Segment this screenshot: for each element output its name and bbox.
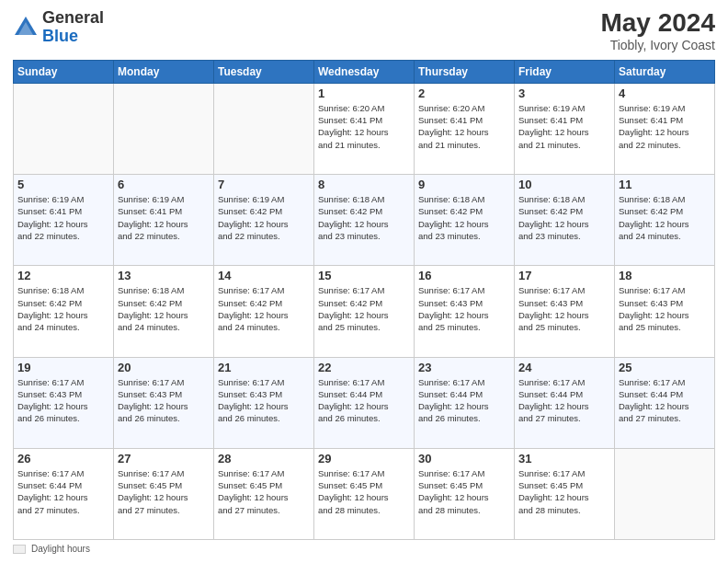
- day-info: Sunrise: 6:19 AMSunset: 6:41 PMDaylight:…: [17, 193, 109, 242]
- day-info: Sunrise: 6:17 AMSunset: 6:45 PMDaylight:…: [418, 467, 510, 516]
- calendar-cell: 3Sunrise: 6:19 AMSunset: 6:41 PMDaylight…: [515, 83, 615, 174]
- day-number: 21: [218, 361, 310, 374]
- logo-blue-text: Blue: [42, 27, 78, 45]
- footer: Daylight hours: [13, 544, 715, 554]
- daylight-box: [13, 545, 26, 554]
- day-info: Sunrise: 6:18 AMSunset: 6:42 PMDaylight:…: [17, 284, 109, 333]
- calendar-cell: 26Sunrise: 6:17 AMSunset: 6:44 PMDayligh…: [14, 448, 114, 539]
- day-info: Sunrise: 6:17 AMSunset: 6:43 PMDaylight:…: [619, 284, 711, 333]
- day-number: 10: [518, 178, 610, 191]
- day-info: Sunrise: 6:17 AMSunset: 6:43 PMDaylight:…: [218, 376, 310, 425]
- calendar-cell: 17Sunrise: 6:17 AMSunset: 6:43 PMDayligh…: [515, 266, 615, 357]
- title-block: May 2024 Tiobly, Ivory Coast: [600, 9, 715, 52]
- month-year: May 2024: [600, 9, 715, 38]
- day-number: 26: [17, 452, 109, 465]
- calendar-cell: 11Sunrise: 6:18 AMSunset: 6:42 PMDayligh…: [615, 175, 715, 266]
- calendar-cell: 15Sunrise: 6:17 AMSunset: 6:42 PMDayligh…: [314, 266, 415, 357]
- day-number: 30: [418, 452, 510, 465]
- day-number: 22: [318, 361, 410, 374]
- day-number: 11: [619, 178, 711, 191]
- page: General Blue May 2024 Tiobly, Ivory Coas…: [0, 0, 728, 563]
- day-info: Sunrise: 6:17 AMSunset: 6:45 PMDaylight:…: [118, 467, 210, 516]
- logo-general-text: General: [42, 8, 104, 27]
- day-info: Sunrise: 6:18 AMSunset: 6:42 PMDaylight:…: [318, 193, 410, 242]
- daylight-label: Daylight hours: [31, 544, 90, 554]
- calendar-cell: 24Sunrise: 6:17 AMSunset: 6:44 PMDayligh…: [515, 357, 615, 448]
- day-number: 13: [118, 269, 210, 282]
- calendar-week-0: 1Sunrise: 6:20 AMSunset: 6:41 PMDaylight…: [14, 83, 715, 174]
- day-info: Sunrise: 6:17 AMSunset: 6:44 PMDaylight:…: [318, 376, 410, 425]
- header: General Blue May 2024 Tiobly, Ivory Coas…: [13, 9, 715, 52]
- calendar-cell: 7Sunrise: 6:19 AMSunset: 6:42 PMDaylight…: [214, 175, 314, 266]
- calendar-week-4: 26Sunrise: 6:17 AMSunset: 6:44 PMDayligh…: [14, 448, 715, 539]
- calendar-cell: 22Sunrise: 6:17 AMSunset: 6:44 PMDayligh…: [314, 357, 415, 448]
- day-header-wednesday: Wednesday: [314, 60, 415, 83]
- calendar-cell: 20Sunrise: 6:17 AMSunset: 6:43 PMDayligh…: [114, 357, 214, 448]
- calendar-cell: 4Sunrise: 6:19 AMSunset: 6:41 PMDaylight…: [615, 83, 715, 174]
- day-header-sunday: Sunday: [14, 60, 114, 83]
- calendar-cell: 18Sunrise: 6:17 AMSunset: 6:43 PMDayligh…: [615, 266, 715, 357]
- calendar-cell: 2Sunrise: 6:20 AMSunset: 6:41 PMDaylight…: [415, 83, 515, 174]
- location: Tiobly, Ivory Coast: [600, 38, 715, 52]
- day-number: 25: [619, 361, 711, 374]
- day-info: Sunrise: 6:17 AMSunset: 6:43 PMDaylight:…: [118, 376, 210, 425]
- calendar-cell: 30Sunrise: 6:17 AMSunset: 6:45 PMDayligh…: [415, 448, 515, 539]
- day-number: 14: [218, 269, 310, 282]
- day-info: Sunrise: 6:20 AMSunset: 6:41 PMDaylight:…: [418, 102, 510, 151]
- day-info: Sunrise: 6:17 AMSunset: 6:43 PMDaylight:…: [418, 284, 510, 333]
- calendar-cell: 1Sunrise: 6:20 AMSunset: 6:41 PMDaylight…: [314, 83, 415, 174]
- logo-icon: [13, 15, 39, 40]
- day-info: Sunrise: 6:17 AMSunset: 6:42 PMDaylight:…: [218, 284, 310, 333]
- calendar-cell: [14, 83, 114, 174]
- day-number: 19: [17, 361, 109, 374]
- day-info: Sunrise: 6:18 AMSunset: 6:42 PMDaylight:…: [418, 193, 510, 242]
- day-info: Sunrise: 6:17 AMSunset: 6:44 PMDaylight:…: [17, 467, 109, 516]
- calendar-cell: 19Sunrise: 6:17 AMSunset: 6:43 PMDayligh…: [14, 357, 114, 448]
- day-header-friday: Friday: [515, 60, 615, 83]
- day-number: 16: [418, 269, 510, 282]
- day-number: 17: [518, 269, 610, 282]
- calendar-week-3: 19Sunrise: 6:17 AMSunset: 6:43 PMDayligh…: [14, 357, 715, 448]
- day-info: Sunrise: 6:19 AMSunset: 6:42 PMDaylight:…: [218, 193, 310, 242]
- day-number: 28: [218, 452, 310, 465]
- day-number: 27: [118, 452, 210, 465]
- day-number: 5: [17, 178, 109, 191]
- day-info: Sunrise: 6:20 AMSunset: 6:41 PMDaylight:…: [318, 102, 410, 151]
- calendar-cell: [615, 448, 715, 539]
- day-number: 12: [17, 269, 109, 282]
- calendar-week-1: 5Sunrise: 6:19 AMSunset: 6:41 PMDaylight…: [14, 175, 715, 266]
- calendar-table: SundayMondayTuesdayWednesdayThursdayFrid…: [13, 60, 715, 540]
- day-info: Sunrise: 6:17 AMSunset: 6:45 PMDaylight:…: [218, 467, 310, 516]
- day-info: Sunrise: 6:17 AMSunset: 6:43 PMDaylight:…: [518, 284, 610, 333]
- day-header-saturday: Saturday: [615, 60, 715, 83]
- day-info: Sunrise: 6:17 AMSunset: 6:44 PMDaylight:…: [418, 376, 510, 425]
- day-number: 3: [518, 86, 610, 100]
- day-number: 23: [418, 361, 510, 374]
- day-info: Sunrise: 6:17 AMSunset: 6:42 PMDaylight:…: [318, 284, 410, 333]
- calendar-cell: 28Sunrise: 6:17 AMSunset: 6:45 PMDayligh…: [214, 448, 314, 539]
- day-header-thursday: Thursday: [415, 60, 515, 83]
- day-header-monday: Monday: [114, 60, 214, 83]
- calendar-cell: 12Sunrise: 6:18 AMSunset: 6:42 PMDayligh…: [14, 266, 114, 357]
- calendar-cell: 25Sunrise: 6:17 AMSunset: 6:44 PMDayligh…: [615, 357, 715, 448]
- day-info: Sunrise: 6:17 AMSunset: 6:44 PMDaylight:…: [619, 376, 711, 425]
- day-number: 4: [619, 86, 711, 100]
- day-number: 7: [218, 178, 310, 191]
- calendar-header-row: SundayMondayTuesdayWednesdayThursdayFrid…: [14, 60, 715, 83]
- day-info: Sunrise: 6:18 AMSunset: 6:42 PMDaylight:…: [118, 284, 210, 333]
- calendar-cell: 31Sunrise: 6:17 AMSunset: 6:45 PMDayligh…: [515, 448, 615, 539]
- day-info: Sunrise: 6:18 AMSunset: 6:42 PMDaylight:…: [619, 193, 711, 242]
- calendar-cell: 9Sunrise: 6:18 AMSunset: 6:42 PMDaylight…: [415, 175, 515, 266]
- calendar-cell: [214, 83, 314, 174]
- calendar-cell: 13Sunrise: 6:18 AMSunset: 6:42 PMDayligh…: [114, 266, 214, 357]
- day-info: Sunrise: 6:19 AMSunset: 6:41 PMDaylight:…: [118, 193, 210, 242]
- day-info: Sunrise: 6:17 AMSunset: 6:45 PMDaylight:…: [318, 467, 410, 516]
- logo: General Blue: [13, 9, 104, 46]
- calendar-cell: [114, 83, 214, 174]
- day-number: 8: [318, 178, 410, 191]
- day-header-tuesday: Tuesday: [214, 60, 314, 83]
- day-info: Sunrise: 6:18 AMSunset: 6:42 PMDaylight:…: [518, 193, 610, 242]
- calendar-cell: 5Sunrise: 6:19 AMSunset: 6:41 PMDaylight…: [14, 175, 114, 266]
- calendar-cell: 8Sunrise: 6:18 AMSunset: 6:42 PMDaylight…: [314, 175, 415, 266]
- calendar-cell: 14Sunrise: 6:17 AMSunset: 6:42 PMDayligh…: [214, 266, 314, 357]
